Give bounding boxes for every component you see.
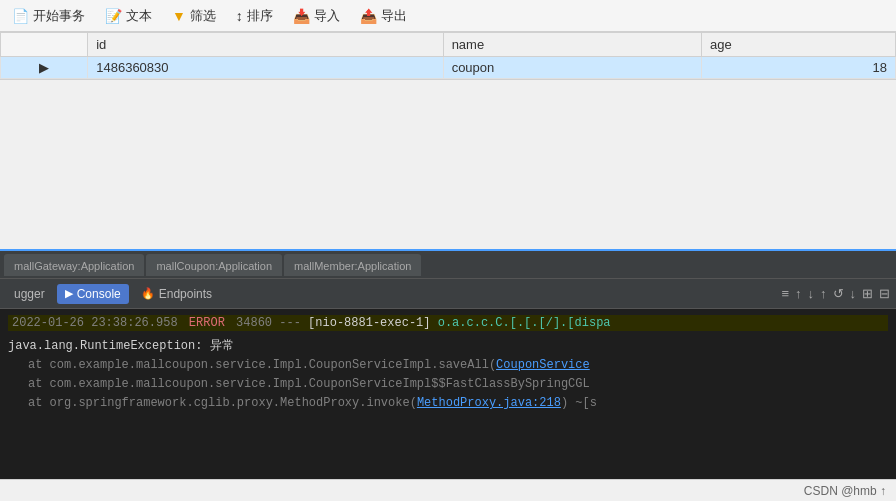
console-tab-endpoints[interactable]: 🔥 Endpoints bbox=[133, 284, 220, 304]
stacktrace-lines: at com.example.mallcoupon.service.Impl.C… bbox=[28, 356, 888, 414]
start-transaction-btn[interactable]: 📄 开始事务 bbox=[8, 5, 89, 27]
console-toolbar: ugger ▶ Console 🔥 Endpoints ≡ ↑ ↓ ↑ ↺ ↓ … bbox=[0, 279, 896, 309]
wrap-icon[interactable]: ≡ bbox=[781, 286, 789, 301]
col-header-age[interactable]: age bbox=[702, 33, 896, 57]
middle-area bbox=[0, 80, 896, 220]
app-tab-member[interactable]: mallMember:Application bbox=[284, 254, 421, 276]
couponservice-link[interactable]: CouponService bbox=[496, 358, 590, 372]
log-timestamp: 2022-01-26 23:38:26.958 bbox=[12, 316, 178, 330]
exception-block: java.lang.RuntimeException: 异常 at com.ex… bbox=[8, 337, 888, 414]
log-logger: o.a.c.c.C.[.[.[/].[dispa bbox=[438, 316, 611, 330]
log-error-line: 2022-01-26 23:38:26.958 ERROR 34860 --- … bbox=[8, 315, 888, 331]
console-toolbar-icons: ≡ ↑ ↓ ↑ ↺ ↓ ⊞ ⊟ bbox=[781, 286, 890, 301]
sort-label: 排序 bbox=[247, 7, 273, 25]
import-label: 导入 bbox=[314, 7, 340, 25]
ide-panel: mallGateway:Application mallCoupon:Appli… bbox=[0, 249, 896, 479]
log-level: ERROR bbox=[189, 316, 232, 330]
start-transaction-label: 开始事务 bbox=[33, 7, 85, 25]
app-tab-gateway[interactable]: mallGateway:Application bbox=[4, 254, 144, 276]
log-thread-id: 34860 --- bbox=[236, 316, 301, 330]
layout-icon[interactable]: ⊟ bbox=[879, 286, 890, 301]
logger-tab-label: ugger bbox=[14, 287, 45, 301]
filter-label: 筛选 bbox=[190, 7, 216, 25]
cell-id: 1486360830 bbox=[88, 57, 443, 79]
ide-app-tabs: mallGateway:Application mallCoupon:Appli… bbox=[0, 251, 896, 279]
cell-name: coupon bbox=[443, 57, 701, 79]
sort-btn[interactable]: ↕ 排序 bbox=[232, 5, 277, 27]
start-icon: 📄 bbox=[12, 8, 29, 24]
export-label: 导出 bbox=[381, 7, 407, 25]
text-icon: 📝 bbox=[105, 8, 122, 24]
exception-class: java.lang.RuntimeException: bbox=[8, 339, 210, 353]
exception-header: java.lang.RuntimeException: 异常 bbox=[8, 337, 888, 354]
refresh-icon[interactable]: ↺ bbox=[833, 286, 844, 301]
exception-message: 异常 bbox=[210, 339, 234, 353]
app-tab-coupon[interactable]: mallCoupon:Application bbox=[146, 254, 282, 276]
console-output: 2022-01-26 23:38:26.958 ERROR 34860 --- … bbox=[0, 309, 896, 479]
status-text: CSDN @hmb ↑ bbox=[804, 484, 886, 498]
status-bar: CSDN @hmb ↑ bbox=[0, 479, 896, 501]
db-panel: 📄 开始事务 📝 文本 ▼ 筛选 ↕ 排序 📥 导入 📤 导出 bbox=[0, 0, 896, 80]
col-header-name[interactable]: name bbox=[443, 33, 701, 57]
text-label: 文本 bbox=[126, 7, 152, 25]
filter-btn[interactable]: ▼ 筛选 bbox=[168, 5, 220, 27]
import-btn[interactable]: 📥 导入 bbox=[289, 5, 344, 27]
col-header-id[interactable]: id bbox=[88, 33, 443, 57]
cell-age: 18 bbox=[702, 57, 896, 79]
db-toolbar: 📄 开始事务 📝 文本 ▼ 筛选 ↕ 排序 📥 导入 📤 导出 bbox=[0, 0, 896, 32]
filter-icon: ▼ bbox=[172, 8, 186, 24]
table-row[interactable]: ▶ 1486360830 coupon 18 bbox=[1, 57, 896, 79]
stacktrace-line-2: at com.example.mallcoupon.service.Impl.C… bbox=[28, 375, 888, 394]
endpoints-icon: 🔥 bbox=[141, 287, 155, 300]
sort-icon: ↕ bbox=[236, 8, 243, 24]
download-icon[interactable]: ↓ bbox=[808, 286, 815, 301]
stop-icon[interactable]: ↓ bbox=[850, 286, 857, 301]
table-container: id name age ▶ 1486360830 coupon 18 bbox=[0, 32, 896, 79]
scroll-up-icon[interactable]: ↑ bbox=[795, 286, 802, 301]
endpoints-tab-label: Endpoints bbox=[159, 287, 212, 301]
data-table: id name age ▶ 1486360830 coupon 18 bbox=[0, 32, 896, 79]
console-tab-label: Console bbox=[77, 287, 121, 301]
upload-icon[interactable]: ↑ bbox=[820, 286, 827, 301]
console-tab-console[interactable]: ▶ Console bbox=[57, 284, 129, 304]
export-icon: 📤 bbox=[360, 8, 377, 24]
text-btn[interactable]: 📝 文本 bbox=[101, 5, 156, 27]
import-icon: 📥 bbox=[293, 8, 310, 24]
console-tab-logger[interactable]: ugger bbox=[6, 284, 53, 304]
export-btn[interactable]: 📤 导出 bbox=[356, 5, 411, 27]
grid-icon[interactable]: ⊞ bbox=[862, 286, 873, 301]
console-icon: ▶ bbox=[65, 287, 73, 300]
log-thread-name: [nio-8881-exec-1] bbox=[308, 316, 438, 330]
stacktrace-line-3: at org.springframework.cglib.proxy.Metho… bbox=[28, 394, 888, 413]
stacktrace-line-1: at com.example.mallcoupon.service.Impl.C… bbox=[28, 356, 888, 375]
methodproxy-link[interactable]: MethodProxy.java:218 bbox=[417, 396, 561, 410]
row-indicator: ▶ bbox=[1, 57, 88, 79]
